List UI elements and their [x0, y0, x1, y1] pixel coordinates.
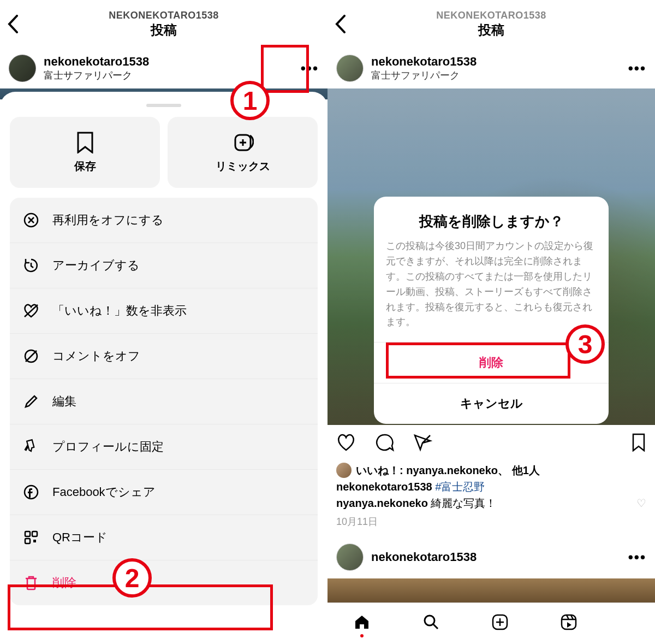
header-username: NEKONEKOTARO1538 — [436, 10, 546, 21]
like-comment-icon[interactable]: ♡ — [636, 495, 646, 511]
post-username[interactable]: nekonekotaro1538 — [371, 55, 477, 69]
svg-rect-10 — [562, 615, 576, 629]
annotation-box-3 — [386, 342, 570, 379]
remix-icon — [232, 132, 254, 153]
menu-hide-likes[interactable]: 「いいね！」数を非表示 — [10, 288, 318, 334]
top-bar: NEKONEKOTARO1538 投稿 — [0, 0, 327, 48]
avatar[interactable] — [336, 55, 364, 82]
menu-label: Facebookでシェア — [52, 484, 156, 500]
menu-share-facebook[interactable]: Facebookでシェア — [10, 470, 318, 515]
menu-comments-off[interactable]: コメントをオフ — [10, 334, 318, 379]
archive-icon — [22, 257, 40, 274]
tab-search-icon[interactable] — [422, 613, 440, 631]
svg-rect-7 — [33, 540, 36, 542]
like-icon[interactable] — [336, 433, 356, 452]
annotation-badge-2: 2 — [112, 558, 152, 598]
caption-row: nekonekotaro1538 #富士忍野 — [336, 478, 646, 495]
bookmark-icon[interactable] — [631, 433, 646, 452]
avatar[interactable] — [336, 543, 364, 571]
save-label: 保存 — [74, 159, 96, 174]
header-title: 投稿 — [436, 21, 546, 39]
header-username: NEKONEKOTARO1538 — [109, 10, 219, 21]
likes-names: nyanya.nekoneko、 — [406, 464, 509, 476]
next-post-header: nekonekotaro1538 ••• — [327, 536, 655, 578]
comment-user[interactable]: nyanya.nekoneko — [336, 497, 428, 509]
menu-archive[interactable]: アーカイブする — [10, 243, 318, 288]
caption-user[interactable]: nekonekotaro1538 — [336, 481, 432, 493]
liker-avatar — [336, 463, 352, 478]
bookmark-icon — [76, 132, 94, 153]
svg-rect-5 — [32, 531, 37, 536]
annotation-box-1 — [261, 45, 309, 93]
edit-icon — [22, 393, 40, 410]
action-row — [327, 425, 655, 460]
menu-edit[interactable]: 編集 — [10, 379, 318, 424]
menu-label: 再利用をオフにする — [52, 212, 164, 228]
post-location[interactable]: 富士サファリパーク — [371, 69, 477, 82]
tab-create-icon[interactable] — [491, 613, 509, 631]
tab-home-icon[interactable] — [353, 613, 371, 631]
dialog-cancel-button[interactable]: キャンセル — [374, 383, 609, 424]
menu-label: QRコード — [52, 529, 108, 546]
post-username[interactable]: nekonekotaro1538 — [371, 550, 477, 564]
remix-button[interactable]: リミックス — [168, 117, 318, 188]
dialog-message: この投稿は今後30日間アカウントの設定から復元できますが、それ以降は完全に削除さ… — [374, 239, 609, 342]
svg-rect-6 — [25, 539, 30, 543]
facebook-icon — [22, 484, 40, 500]
comment-icon[interactable] — [374, 433, 394, 452]
tab-bar — [327, 602, 655, 641]
sheet-grabber[interactable] — [146, 104, 181, 107]
comment-row: nyanya.nekoneko 綺麗な写真！ ♡ — [336, 495, 646, 511]
menu-label: 編集 — [52, 393, 76, 410]
back-icon[interactable] — [335, 15, 346, 33]
menu-pin-profile[interactable]: プロフィールに固定 — [10, 424, 318, 470]
likes-row[interactable]: いいね！: nyanya.nekoneko、 他1人 — [336, 462, 646, 478]
post-meta: いいね！: nyanya.nekoneko、 他1人 nekonekotaro1… — [327, 460, 655, 531]
close-circle-icon — [22, 212, 40, 228]
post-header: nekonekotaro1538 富士サファリパーク ••• — [327, 48, 655, 88]
post-location[interactable]: 富士サファリパーク — [44, 69, 149, 82]
more-icon[interactable]: ••• — [628, 549, 646, 566]
share-icon[interactable] — [413, 433, 432, 452]
menu-label: 「いいね！」数を非表示 — [52, 303, 187, 319]
dialog-title: 投稿を削除しますか？ — [374, 197, 609, 239]
svg-point-8 — [425, 616, 434, 625]
more-icon[interactable]: ••• — [628, 60, 646, 77]
avatar[interactable] — [9, 55, 36, 82]
likes-prefix: いいね！: — [356, 464, 403, 476]
left-screenshot: NEKONEKOTARO1538 投稿 nekonekotaro1538 富士サ… — [0, 0, 327, 644]
qr-icon — [22, 529, 40, 546]
caption-hashtag[interactable]: #富士忍野 — [435, 481, 485, 493]
heart-off-icon — [22, 303, 40, 319]
delete-dialog: 投稿を削除しますか？ この投稿は今後30日間アカウントの設定から復元できますが、… — [374, 197, 609, 424]
top-bar: NEKONEKOTARO1538 投稿 — [327, 0, 655, 48]
svg-rect-4 — [25, 531, 30, 536]
back-icon[interactable] — [8, 15, 19, 33]
comment-off-icon — [22, 348, 40, 364]
annotation-badge-3: 3 — [565, 324, 605, 364]
post-date: 10月11日 — [336, 515, 646, 529]
annotation-badge-1: 1 — [230, 81, 270, 120]
menu-label: コメントをオフ — [52, 348, 140, 364]
post-username[interactable]: nekonekotaro1538 — [44, 55, 149, 69]
menu-label: アーカイブする — [52, 257, 140, 274]
remix-label: リミックス — [216, 159, 270, 174]
comment-text: 綺麗な写真！ — [431, 497, 496, 509]
pin-icon — [22, 439, 40, 455]
save-button[interactable]: 保存 — [10, 117, 160, 188]
action-sheet: 保存 リミックス 再利用をオフにする アーカイブする 「いいね！」数を非表示 — [0, 92, 327, 644]
likes-suffix: 他1人 — [512, 464, 540, 476]
right-screenshot: NEKONEKOTARO1538 投稿 nekonekotaro1538 富士サ… — [327, 0, 655, 644]
tab-reels-icon[interactable] — [560, 613, 577, 631]
header-title: 投稿 — [109, 21, 219, 39]
menu-label: プロフィールに固定 — [52, 439, 164, 455]
menu-list: 再利用をオフにする アーカイブする 「いいね！」数を非表示 コメントをオフ 編集… — [10, 198, 318, 605]
menu-qr-code[interactable]: QRコード — [10, 515, 318, 560]
next-post-image-slice — [327, 578, 655, 602]
menu-reuse-off[interactable]: 再利用をオフにする — [10, 198, 318, 243]
